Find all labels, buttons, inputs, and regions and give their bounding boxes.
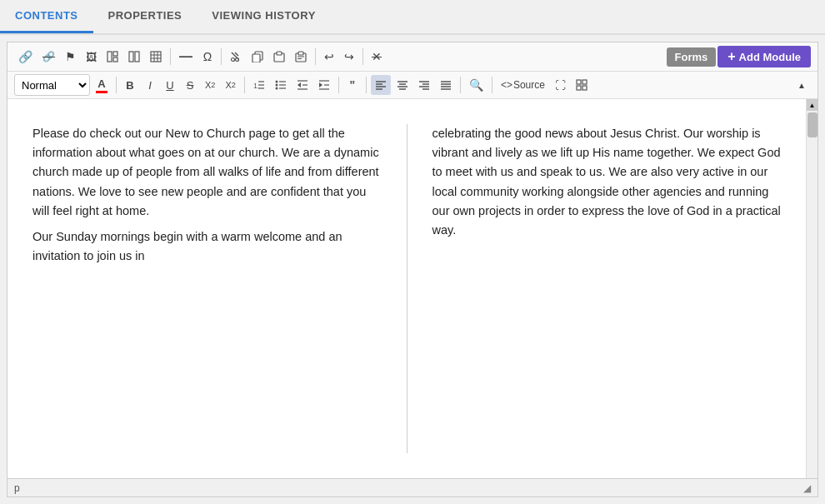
hr-button[interactable]: — [175, 47, 197, 67]
copy-button[interactable] [248, 47, 268, 67]
toolbar-row2: Normal Heading 1 Heading 2 Heading 3 Par… [8, 72, 818, 99]
sep10 [492, 77, 492, 93]
color-bar [96, 91, 108, 93]
layout-button[interactable] [102, 47, 122, 67]
sep1 [170, 48, 171, 65]
remove-format-button[interactable]: ✕ [368, 47, 386, 67]
svg-rect-1 [113, 52, 118, 56]
left-text: Please do check out our New to Church pa… [32, 124, 382, 221]
undo-button[interactable]: ↩ [320, 47, 338, 67]
left-column: Please do check out our New to Church pa… [8, 124, 407, 453]
editor-content: Please do check out our New to Church pa… [8, 99, 818, 478]
font-color-icon: A [98, 77, 105, 90]
justify-button[interactable] [436, 75, 456, 95]
blockquote-button[interactable]: " [343, 75, 362, 95]
cut-button[interactable] [226, 47, 246, 67]
svg-rect-5 [151, 52, 161, 62]
align-center-button[interactable] [392, 75, 412, 95]
source-label: Source [513, 79, 545, 91]
strikethrough-button[interactable]: S [181, 75, 199, 95]
anchor-button[interactable]: ⚑ [61, 47, 80, 67]
svg-line-11 [235, 52, 238, 56]
status-element: p [14, 482, 20, 494]
source-button[interactable]: <> Source [497, 75, 549, 95]
svg-marker-36 [319, 82, 322, 87]
scrollbar[interactable]: ▲ [806, 99, 818, 478]
scrollbar-up[interactable]: ▲ [807, 99, 818, 111]
svg-rect-4 [135, 52, 139, 62]
fullscreen-button[interactable]: ⛶ [551, 75, 570, 95]
svg-point-13 [236, 58, 239, 62]
sep6 [244, 77, 245, 93]
svg-rect-56 [577, 80, 581, 84]
sep9 [460, 77, 461, 93]
svg-rect-19 [298, 52, 303, 55]
editor-container: 🔗 🔗 ⚑ 🖼 — Ω ↩ ↪ ✕ [7, 42, 818, 497]
more-button[interactable] [572, 75, 592, 95]
add-module-button[interactable]: + Add Module [718, 46, 811, 67]
add-module-label: Add Module [739, 51, 801, 63]
italic-button[interactable]: I [141, 75, 159, 95]
align-right-button[interactable] [414, 75, 434, 95]
svg-point-12 [232, 58, 235, 62]
svg-rect-59 [582, 86, 587, 90]
unordered-list-button[interactable] [271, 75, 291, 95]
collapse-button[interactable]: ▲ [792, 75, 811, 95]
sep4 [362, 48, 363, 65]
left-text-2: Our Sunday mornings begin with a warm we… [32, 227, 382, 266]
svg-rect-15 [252, 54, 260, 62]
ordered-list-button[interactable]: 1. [249, 75, 269, 95]
svg-rect-3 [129, 52, 133, 62]
scrollbar-thumb[interactable] [808, 112, 818, 137]
svg-marker-32 [298, 82, 301, 87]
indent-less-button[interactable] [292, 75, 312, 95]
svg-point-28 [275, 87, 278, 90]
align-left-button[interactable] [371, 75, 391, 95]
bold-button[interactable]: B [121, 75, 139, 95]
sep8 [366, 77, 367, 93]
table-button[interactable] [146, 47, 166, 67]
sep7 [338, 77, 339, 93]
tab-contents[interactable]: CONTENTS [0, 0, 93, 33]
indent-more-button[interactable] [314, 75, 334, 95]
special-char-button[interactable]: Ω [198, 47, 217, 67]
underline-button[interactable]: U [161, 75, 179, 95]
paste-button[interactable] [269, 47, 289, 67]
editor-scroll[interactable]: Please do check out our New to Church pa… [8, 99, 806, 478]
sep2 [221, 48, 222, 65]
toolbar-row1: 🔗 🔗 ⚑ 🖼 — Ω ↩ ↪ ✕ [8, 42, 818, 72]
unlink-button[interactable]: 🔗 [38, 47, 59, 67]
right-column: celebrating the good news about Jesus Ch… [408, 124, 807, 453]
sep5 [116, 77, 117, 93]
font-color-button[interactable]: A [92, 75, 112, 95]
paste-text-button[interactable] [291, 47, 311, 67]
svg-rect-57 [582, 80, 587, 84]
link-button[interactable]: 🔗 [14, 47, 37, 67]
svg-point-27 [275, 84, 278, 87]
svg-rect-58 [577, 86, 581, 90]
sep3 [315, 48, 316, 65]
svg-point-26 [275, 81, 278, 83]
status-bar: p ◢ [8, 478, 818, 497]
columns-button[interactable] [124, 47, 144, 67]
resize-icon[interactable]: ◢ [803, 482, 811, 494]
find-button[interactable]: 🔍 [465, 75, 488, 95]
redo-button[interactable]: ↪ [340, 47, 358, 67]
svg-rect-17 [277, 52, 282, 55]
forms-button[interactable]: Forms [667, 47, 717, 67]
plus-icon: + [728, 49, 735, 64]
subscript-button[interactable]: X2 [201, 75, 219, 95]
superscript-button[interactable]: X2 [221, 75, 239, 95]
format-select[interactable]: Normal Heading 1 Heading 2 Heading 3 Par… [14, 74, 90, 96]
right-text: celebrating the good news about Jesus Ch… [432, 124, 782, 240]
image-button[interactable]: 🖼 [82, 47, 101, 67]
tab-properties[interactable]: PROPERTIES [93, 0, 198, 33]
tab-viewing-history[interactable]: VIEWING HISTORY [197, 0, 331, 33]
top-tabs: CONTENTS PROPERTIES VIEWING HISTORY [0, 0, 825, 35]
svg-rect-0 [108, 52, 112, 62]
svg-rect-2 [113, 57, 118, 62]
source-bracket-left: <> [501, 79, 512, 91]
